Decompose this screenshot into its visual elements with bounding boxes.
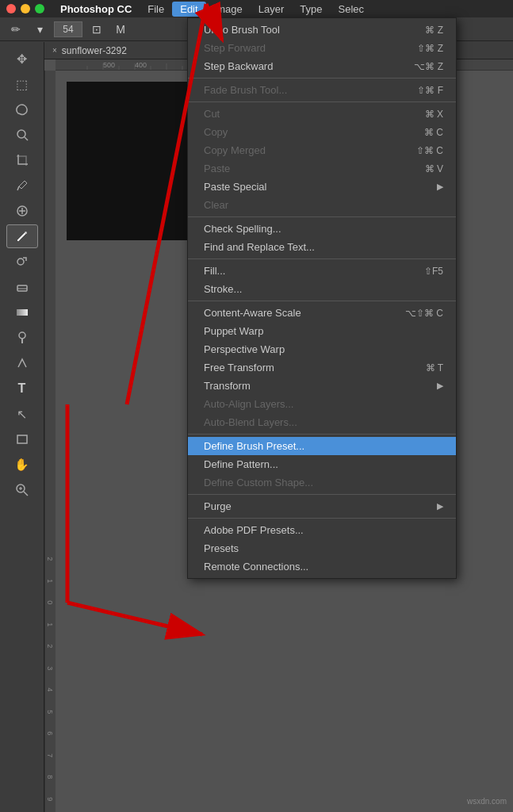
define-custom-shape-item[interactable]: Define Custom Shape... <box>188 473 456 492</box>
svg-rect-13 <box>17 435 27 443</box>
fade-brush-item[interactable]: Fade Brush Tool... ⇧⌘ F <box>188 81 456 99</box>
adobe-pdf-presets-item[interactable]: Adobe PDF Presets... <box>188 521 456 539</box>
transform-item[interactable]: Transform ▶ <box>188 377 456 395</box>
move-tool[interactable]: ✥ <box>6 47 38 71</box>
maximize-button[interactable] <box>35 4 44 13</box>
stroke-item[interactable]: Stroke... <box>188 280 456 298</box>
free-transform-item[interactable]: Free Transform ⌘ T <box>188 358 456 377</box>
rectangle-select-tool[interactable]: ⬚ <box>6 72 38 96</box>
clear-item[interactable]: Clear <box>188 196 456 214</box>
hand-tool[interactable]: ✋ <box>6 453 38 477</box>
menu-section-fill: Fill... ⇧F5 Stroke... <box>188 259 456 301</box>
auto-align-item[interactable]: Auto-Align Layers... <box>188 395 456 413</box>
toolbar: ✥ ⬚ T ↖ ✋ <box>0 42 44 812</box>
menu-section-define: Define Brush Preset... Define Pattern...… <box>188 435 456 495</box>
brush-tool-icon: ✏ <box>6 20 25 39</box>
purge-arrow-icon: ▶ <box>437 501 443 511</box>
arrow-icon: ▶ <box>437 182 443 192</box>
quick-select-tool[interactable] <box>6 123 38 147</box>
type-menu-item[interactable]: Type <box>292 2 330 17</box>
paste-item[interactable]: Paste ⌘ V <box>188 159 456 178</box>
document-filename: sunflower-3292 <box>62 45 127 56</box>
menu-section-presets: Adobe PDF Presets... Presets Remote Conn… <box>188 519 456 578</box>
menu-bar: Photoshop CC File Edit Image Layer Type … <box>0 0 513 17</box>
svg-point-0 <box>17 130 25 138</box>
close-button[interactable] <box>6 4 16 13</box>
healing-tool[interactable] <box>6 199 38 223</box>
gradient-tool[interactable] <box>6 301 38 324</box>
eyedropper-tool[interactable] <box>6 174 38 197</box>
auto-blend-item[interactable]: Auto-Blend Layers... <box>188 413 456 431</box>
step-forward-item[interactable]: Step Forward ⇧⌘ Z <box>188 39 456 57</box>
rectangle-tool[interactable] <box>6 427 38 451</box>
ruler-vertical: 2 1 0 1 2 3 4 5 6 7 8 9 <box>44 71 56 812</box>
svg-point-7 <box>17 259 24 265</box>
dodge-tool[interactable] <box>6 326 38 350</box>
cut-item[interactable]: Cut ⌘ X <box>188 105 456 123</box>
svg-point-11 <box>19 332 25 339</box>
svg-line-1 <box>25 137 28 140</box>
lasso-tool[interactable] <box>6 98 38 121</box>
brush-size-field[interactable]: 54 <box>54 21 82 37</box>
edit-menu-item[interactable]: Edit <box>172 2 205 17</box>
puppet-warp-item[interactable]: Puppet Warp <box>188 322 456 340</box>
brush-tool[interactable] <box>6 224 38 248</box>
traffic-lights <box>6 4 44 13</box>
menu-section-text: Check Spelling... Find and Replace Text.… <box>188 217 456 259</box>
pen-tool[interactable] <box>6 351 38 375</box>
crop-tool[interactable] <box>6 148 38 172</box>
define-pattern-item[interactable]: Define Pattern... <box>188 455 456 473</box>
image-menu-item[interactable]: Image <box>206 2 251 17</box>
svg-rect-10 <box>17 309 28 316</box>
menu-section-transform: Content-Aware Scale ⌥⇧⌘ C Puppet Warp Pe… <box>188 301 456 435</box>
eraser-tool[interactable] <box>6 275 38 299</box>
app-menu-item[interactable]: Photoshop CC <box>52 3 140 15</box>
copy-merged-item[interactable]: Copy Merged ⇧⌘ C <box>188 141 456 159</box>
brush-preset-picker[interactable]: ▾ <box>30 20 49 39</box>
menu-section-clipboard: Cut ⌘ X Copy ⌘ C Copy Merged ⇧⌘ C Paste … <box>188 102 456 217</box>
menu-section-purge: Purge ▶ <box>188 495 456 519</box>
svg-line-15 <box>24 492 28 496</box>
select-menu-item[interactable]: Selec <box>330 2 372 17</box>
define-brush-preset-item[interactable]: Define Brush Preset... <box>188 437 456 455</box>
content-aware-scale-item[interactable]: Content-Aware Scale ⌥⇧⌘ C <box>188 304 456 322</box>
perspective-warp-item[interactable]: Perspective Warp <box>188 340 456 358</box>
transform-arrow-icon: ▶ <box>437 381 443 391</box>
watermark: wsxdn.com <box>467 797 507 806</box>
copy-item[interactable]: Copy ⌘ C <box>188 123 456 141</box>
presets-item[interactable]: Presets <box>188 539 456 557</box>
minimize-button[interactable] <box>21 4 30 13</box>
path-select-tool[interactable]: ↖ <box>6 402 38 426</box>
remote-connections-item[interactable]: Remote Connections... <box>188 557 456 576</box>
layer-menu-item[interactable]: Layer <box>251 2 293 17</box>
type-tool[interactable]: T <box>6 377 38 400</box>
clone-tool[interactable] <box>6 250 38 274</box>
edit-dropdown-menu: Undo Brush Tool ⌘ Z Step Forward ⇧⌘ Z St… <box>187 17 457 579</box>
paste-special-item[interactable]: Paste Special ▶ <box>188 178 456 196</box>
svg-line-2 <box>17 186 19 190</box>
menu-section-undo: Undo Brush Tool ⌘ Z Step Forward ⇧⌘ Z St… <box>188 18 456 79</box>
find-replace-item[interactable]: Find and Replace Text... <box>188 238 456 256</box>
canvas-icon: ⊡ <box>87 20 106 39</box>
step-backward-item[interactable]: Step Backward ⌥⌘ Z <box>188 57 456 75</box>
zoom-tool[interactable] <box>6 478 38 502</box>
file-menu-item[interactable]: File <box>140 2 172 17</box>
undo-brush-tool-item[interactable]: Undo Brush Tool ⌘ Z <box>188 21 456 39</box>
purge-item[interactable]: Purge ▶ <box>188 497 456 515</box>
fill-item[interactable]: Fill... ⇧F5 <box>188 262 456 280</box>
tab-close-icon[interactable]: × <box>52 46 57 55</box>
mode-label: M <box>111 20 130 39</box>
svg-point-6 <box>25 232 27 234</box>
menu-section-fade: Fade Brush Tool... ⇧⌘ F <box>188 79 456 102</box>
check-spelling-item[interactable]: Check Spelling... <box>188 220 456 238</box>
